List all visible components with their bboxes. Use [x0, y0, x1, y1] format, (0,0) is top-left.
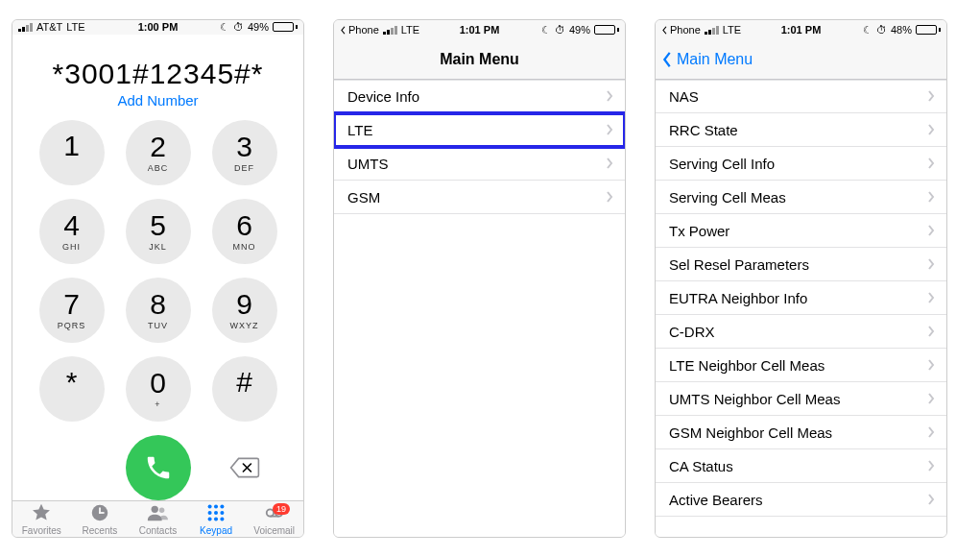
back-to-app-button[interactable]: Phone: [661, 24, 701, 36]
keypad-key-9[interactable]: 9WXYZ: [212, 278, 277, 343]
network-label: LTE: [401, 24, 419, 36]
key-digit: 6: [236, 211, 252, 240]
keypad-key-7[interactable]: 7PQRS: [39, 278, 105, 343]
status-bar: AT&T LTE 1:00 PM ☾ ⏱ 49%: [12, 20, 303, 35]
row-label: LTE Neighbor Cell Meas: [669, 357, 825, 374]
status-time: 1:01 PM: [781, 24, 822, 36]
row-label: Serving Cell Meas: [669, 189, 786, 206]
status-time: 1:01 PM: [460, 24, 500, 36]
chevron-right-icon: [606, 88, 613, 105]
svg-point-5: [208, 504, 212, 508]
key-digit: 4: [63, 211, 80, 240]
page-title: Main Menu: [334, 51, 625, 68]
keypad-key-6[interactable]: 6MNO: [212, 199, 277, 264]
voicemail-badge: 19: [273, 503, 290, 515]
chevron-right-icon: [927, 88, 935, 105]
key-letters: JKL: [149, 242, 167, 252]
menu-row[interactable]: Device Info: [334, 80, 625, 113]
call-button[interactable]: [126, 435, 191, 500]
status-bar: Phone LTE 1:01 PM ☾ ⏱ 49%: [334, 20, 625, 39]
tab-bar: Favorites Recents Contacts Keypad Voicem…: [12, 500, 303, 537]
tab-contacts[interactable]: Contacts: [129, 501, 187, 537]
svg-point-3: [152, 505, 158, 512]
add-number-button[interactable]: Add Number: [12, 92, 303, 116]
tab-voicemail[interactable]: Voicemail 19: [245, 501, 303, 537]
chevron-right-icon: [927, 424, 935, 441]
row-label: EUTRA Neighbor Info: [669, 290, 807, 306]
carrier-label: AT&T: [36, 21, 62, 33]
keypad-key-4[interactable]: 4GHI: [39, 199, 105, 264]
chevron-right-icon: [927, 324, 935, 340]
back-to-app-button[interactable]: Phone: [340, 24, 379, 36]
menu-row[interactable]: Sel Resel Parameters: [656, 248, 946, 281]
row-label: GSM Neighbor Cell Meas: [669, 424, 832, 441]
menu-row[interactable]: GSM Neighbor Cell Meas: [656, 416, 946, 449]
menu-row[interactable]: LTE: [334, 113, 625, 147]
svg-rect-2: [99, 512, 105, 514]
svg-point-10: [220, 511, 224, 515]
menu-row[interactable]: RRC State: [656, 113, 946, 147]
svg-point-13: [220, 517, 224, 521]
dnd-moon-icon: ☾: [541, 24, 551, 36]
row-label: UMTS: [347, 156, 389, 172]
menu-list: Device InfoLTEUMTSGSM: [334, 80, 625, 537]
menu-row[interactable]: LTE Neighbor Cell Meas: [656, 349, 946, 382]
keypad-key-star[interactable]: *: [39, 356, 105, 422]
svg-point-8: [208, 511, 212, 515]
keypad-key-hash[interactable]: #: [212, 356, 277, 422]
alarm-icon: ⏱: [876, 24, 887, 36]
tab-label: Keypad: [200, 525, 232, 536]
tab-keypad[interactable]: Keypad: [187, 501, 246, 537]
keypad-key-0[interactable]: 0+: [126, 356, 191, 422]
menu-row[interactable]: CA Status: [656, 449, 946, 483]
chevron-right-icon: [927, 156, 935, 172]
menu-row[interactable]: Serving Cell Info: [656, 147, 946, 181]
keypad-key-3[interactable]: 3DEF: [212, 120, 277, 185]
key-digit: #: [236, 368, 252, 397]
menu-row[interactable]: Serving Cell Meas: [656, 181, 946, 214]
keypad-key-1[interactable]: 1: [39, 120, 105, 185]
battery-percent: 48%: [891, 24, 912, 36]
battery-icon: [273, 22, 298, 32]
status-bar: Phone LTE 1:01 PM ☾ ⏱ 48%: [656, 20, 946, 39]
nav-bar: Main Menu: [334, 39, 625, 80]
key-letters: ABC: [148, 163, 169, 173]
chevron-right-icon: [606, 122, 613, 138]
clock-icon: [88, 502, 111, 523]
row-label: Serving Cell Info: [669, 156, 775, 172]
row-label: Active Bearers: [669, 492, 763, 508]
menu-row[interactable]: Tx Power: [656, 214, 946, 248]
keypad-key-8[interactable]: 8TUV: [126, 278, 191, 343]
menu-row[interactable]: C-DRX: [656, 315, 946, 349]
menu-row[interactable]: GSM: [334, 181, 625, 214]
contacts-icon: [146, 502, 169, 523]
back-button[interactable]: Main Menu: [656, 51, 753, 68]
menu-row[interactable]: Active Bearers: [656, 483, 946, 517]
key-digit: 2: [150, 133, 166, 161]
svg-point-6: [214, 504, 218, 508]
menu-row[interactable]: EUTRA Neighbor Info: [656, 281, 946, 315]
chevron-right-icon: [927, 122, 935, 138]
delete-button[interactable]: [212, 456, 277, 479]
keypad-key-5[interactable]: 5JKL: [126, 199, 191, 264]
battery-icon: [594, 25, 619, 35]
battery-percent: 49%: [569, 24, 590, 36]
row-label: LTE: [347, 122, 372, 138]
tab-recents[interactable]: Recents: [71, 501, 130, 537]
keypad-icon: [204, 502, 227, 523]
svg-point-11: [208, 517, 212, 521]
tab-favorites[interactable]: Favorites: [12, 501, 71, 537]
chevron-left-icon: [661, 26, 668, 35]
key-letters: DEF: [234, 163, 254, 173]
network-label: LTE: [66, 21, 84, 33]
menu-row[interactable]: NAS: [656, 80, 946, 113]
alarm-icon: ⏱: [233, 21, 244, 33]
row-label: Device Info: [347, 88, 419, 105]
menu-row[interactable]: UMTS: [334, 147, 625, 181]
menu-row[interactable]: UMTS Neighbor Cell Meas: [656, 382, 946, 416]
star-icon: [30, 502, 53, 523]
svg-point-9: [214, 511, 218, 515]
tab-label: Recents: [83, 525, 118, 536]
battery-icon: [916, 25, 941, 35]
keypad-key-2[interactable]: 2ABC: [126, 120, 191, 185]
